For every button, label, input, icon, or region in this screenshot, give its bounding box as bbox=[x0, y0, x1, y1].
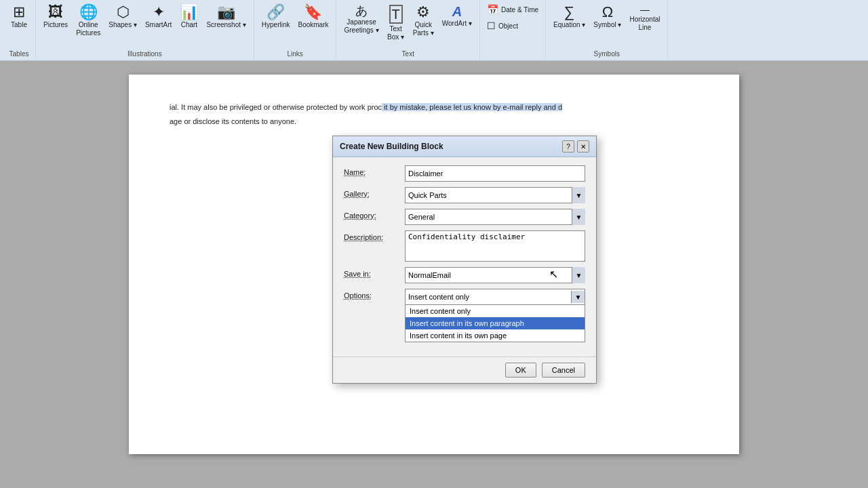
ribbon-btn-chart[interactable]: 📊 Chart bbox=[176, 3, 201, 31]
dialog-help-button[interactable]: ? bbox=[562, 140, 574, 152]
ribbon-group-label-text: Text bbox=[402, 50, 414, 58]
options-selected-text: Insert content only bbox=[408, 293, 469, 301]
dialog-title: Create New Building Block bbox=[340, 142, 443, 151]
ribbon-btn-shapes[interactable]: ⬡ Shapes ▾ bbox=[105, 3, 140, 31]
ribbon-btn-hyperlink[interactable]: 🔗 Hyperlink bbox=[258, 3, 294, 31]
ribbon-btn-datetime[interactable]: 📅 Date & Time bbox=[484, 3, 541, 16]
form-row-category: Category: General ▼ bbox=[344, 209, 585, 225]
ribbon-btn-japanese-greetings[interactable]: あ JapaneseGreetings ▾ bbox=[340, 3, 382, 37]
bookmark-icon: 🔖 bbox=[304, 5, 322, 20]
options-dropdown-list: Insert content only Insert content in it… bbox=[405, 305, 585, 342]
description-input[interactable]: Confidentiality disclaimer bbox=[405, 230, 585, 262]
doc-text-highlighted: it by mistake, please let us know by e-m… bbox=[382, 103, 562, 111]
ribbon-btn-bookmark[interactable]: 🔖 Bookmark bbox=[294, 3, 332, 31]
ribbon-group-tables: ⊞ Table Tables bbox=[3, 0, 36, 60]
dialog-body: Name: Gallery: Quick Parts ▼ Category: bbox=[333, 157, 596, 319]
save-in-label: Save in: bbox=[344, 267, 405, 278]
options-label: Options: bbox=[344, 289, 405, 300]
ribbon-btn-screenshot[interactable]: 📷 Screenshot ▾ bbox=[203, 3, 249, 31]
doc-text-line1: ial. It may also be privileged or otherw… bbox=[170, 103, 382, 111]
document-area: ial. It may also be privileged or otherw… bbox=[0, 61, 868, 488]
doc-text-line2: age or disclose its contents to anyone. bbox=[170, 117, 296, 125]
create-building-block-dialog: Create New Building Block ? ✕ Name: Gall… bbox=[332, 136, 597, 384]
gallery-select[interactable]: Quick Parts bbox=[405, 187, 585, 203]
form-row-description: Description: Confidentiality disclaimer bbox=[344, 230, 585, 262]
options-selected-display[interactable]: Insert content only ▼ bbox=[405, 289, 585, 305]
dialog-controls: ? ✕ bbox=[562, 140, 589, 152]
horizontal-line-icon: — bbox=[640, 5, 650, 14]
options-item-own-page[interactable]: Insert content in its own page bbox=[406, 329, 585, 342]
options-item-own-paragraph[interactable]: Insert content in its own paragraph bbox=[406, 317, 585, 329]
ribbon-btn-online-pictures[interactable]: 🌐 OnlinePictures bbox=[73, 3, 104, 39]
save-in-select-wrapper: NormalEmail ▼ bbox=[405, 267, 585, 283]
shapes-icon: ⬡ bbox=[117, 5, 130, 20]
ribbon: ⊞ Table Tables 🖼 Pictures 🌐 OnlinePictur… bbox=[0, 0, 868, 61]
dialog-close-button[interactable]: ✕ bbox=[577, 140, 589, 152]
ribbon-group-text: あ JapaneseGreetings ▾ T TextBox ▾ ⚙ Quic… bbox=[336, 0, 480, 60]
category-select[interactable]: General bbox=[405, 209, 585, 225]
symbol-icon: Ω bbox=[602, 5, 613, 20]
name-label: Name: bbox=[344, 165, 405, 176]
ribbon-group-symbols: ∑ Equation ▾ Ω Symbol ▾ — HorizontalLine… bbox=[546, 0, 668, 60]
options-dropdown-container: Insert content only ▼ Insert content onl… bbox=[405, 289, 585, 305]
ribbon-btn-equation[interactable]: ∑ Equation ▾ bbox=[550, 3, 589, 31]
ribbon-group-label-symbols: Symbols bbox=[594, 50, 620, 58]
pictures-icon: 🖼 bbox=[48, 5, 63, 20]
ribbon-group-label-illustrations: Illustrations bbox=[127, 50, 162, 58]
ribbon-btn-textbox[interactable]: T TextBox ▾ bbox=[384, 3, 408, 43]
form-row-gallery: Gallery: Quick Parts ▼ bbox=[344, 187, 585, 203]
gallery-label: Gallery: bbox=[344, 187, 405, 198]
ribbon-group-links: 🔗 Hyperlink 🔖 Bookmark Links bbox=[254, 0, 337, 60]
ribbon-group-label-tables: Tables bbox=[9, 50, 29, 58]
form-row-options: Options: Insert content only ▼ Insert co… bbox=[344, 289, 585, 305]
chart-icon: 📊 bbox=[180, 5, 198, 20]
table-icon: ⊞ bbox=[13, 5, 25, 20]
ribbon-group-dateobj: 📅 Date & Time ☐ Object bbox=[480, 0, 546, 60]
textbox-icon: T bbox=[389, 5, 403, 24]
ribbon-btn-smartart[interactable]: ✦ SmartArt bbox=[142, 3, 175, 31]
description-label: Description: bbox=[344, 230, 405, 241]
wordart-icon: A bbox=[452, 5, 462, 18]
ribbon-btn-horizontal-line[interactable]: — HorizontalLine bbox=[626, 3, 663, 34]
document-text: ial. It may also be privileged or otherw… bbox=[170, 102, 698, 127]
ribbon-btn-wordart[interactable]: A WordArt ▾ bbox=[439, 3, 475, 30]
object-icon: ☐ bbox=[487, 20, 496, 31]
ribbon-btn-table[interactable]: ⊞ Table bbox=[7, 3, 31, 31]
datetime-icon: 📅 bbox=[487, 4, 498, 15]
save-in-select[interactable]: NormalEmail bbox=[405, 267, 585, 283]
options-item-content-only[interactable]: Insert content only bbox=[406, 305, 585, 317]
category-label: Category: bbox=[344, 209, 405, 220]
ribbon-btn-object[interactable]: ☐ Object bbox=[484, 19, 521, 33]
ribbon-group-label-links: Links bbox=[287, 50, 302, 58]
equation-icon: ∑ bbox=[564, 5, 575, 20]
ok-button[interactable]: OK bbox=[505, 363, 536, 378]
gallery-select-wrapper: Quick Parts ▼ bbox=[405, 187, 585, 203]
smartart-icon: ✦ bbox=[153, 5, 165, 20]
dialog-titlebar: Create New Building Block ? ✕ bbox=[333, 136, 596, 157]
online-pictures-icon: 🌐 bbox=[79, 5, 98, 20]
hyperlink-icon: 🔗 bbox=[267, 5, 285, 20]
japanese-greetings-icon: あ bbox=[355, 5, 368, 17]
category-select-wrapper: General ▼ bbox=[405, 209, 585, 225]
cancel-button[interactable]: Cancel bbox=[542, 363, 585, 378]
quick-parts-icon: ⚙ bbox=[416, 5, 430, 20]
options-dropdown-arrow: ▼ bbox=[571, 291, 585, 303]
ribbon-btn-symbol[interactable]: Ω Symbol ▾ bbox=[590, 3, 625, 31]
ribbon-btn-pictures[interactable]: 🖼 Pictures bbox=[40, 3, 71, 31]
ribbon-group-illustrations: 🖼 Pictures 🌐 OnlinePictures ⬡ Shapes ▾ ✦… bbox=[36, 0, 254, 60]
form-row-save-in: Save in: NormalEmail ▼ bbox=[344, 267, 585, 283]
form-row-name: Name: bbox=[344, 165, 585, 182]
name-input[interactable] bbox=[405, 165, 585, 182]
screenshot-icon: 📷 bbox=[217, 5, 235, 20]
dialog-footer: OK Cancel bbox=[333, 357, 596, 383]
ribbon-btn-quick-parts[interactable]: ⚙ QuickParts ▾ bbox=[410, 3, 437, 39]
